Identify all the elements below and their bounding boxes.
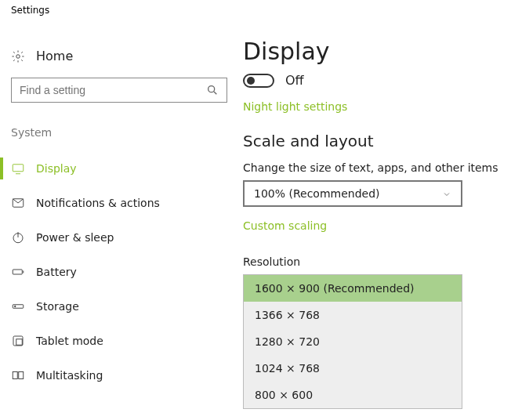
svg-rect-13 bbox=[16, 339, 23, 346]
main-panel: Display Off Night light settings Scale a… bbox=[243, 19, 511, 409]
scale-select[interactable]: 100% (Recommended) bbox=[243, 180, 462, 207]
svg-rect-15 bbox=[19, 372, 24, 379]
resolution-option[interactable]: 1600 × 900 (Recommended) bbox=[244, 275, 462, 302]
svg-point-11 bbox=[15, 306, 16, 307]
scale-heading: Scale and layout bbox=[243, 132, 503, 150]
home-label: Home bbox=[36, 49, 73, 63]
tablet-icon bbox=[11, 334, 25, 348]
sidebar-item-label: Power & sleep bbox=[36, 231, 114, 244]
chevron-down-icon bbox=[442, 189, 451, 198]
resolution-option[interactable]: 1366 × 768 bbox=[244, 302, 462, 328]
sidebar-item-label: Multitasking bbox=[36, 369, 103, 382]
search-field[interactable] bbox=[20, 84, 206, 96]
sidebar-item-label: Tablet mode bbox=[36, 335, 103, 347]
sidebar-item-label: Battery bbox=[36, 266, 77, 278]
sidebar-item-display[interactable]: Display bbox=[11, 151, 243, 186]
home-button[interactable]: Home bbox=[11, 45, 243, 78]
resolution-label: Resolution bbox=[243, 255, 503, 268]
sidebar-item-storage[interactable]: Storage bbox=[11, 289, 243, 324]
sidebar-item-label: Display bbox=[36, 162, 77, 175]
svg-point-1 bbox=[208, 86, 215, 92]
multitasking-icon bbox=[11, 368, 25, 382]
sidebar-item-battery[interactable]: Battery bbox=[11, 255, 243, 289]
sidebar-item-tablet[interactable]: Tablet mode bbox=[11, 324, 243, 358]
svg-rect-3 bbox=[13, 165, 24, 172]
page-heading: Display bbox=[243, 38, 503, 65]
night-light-settings-link[interactable]: Night light settings bbox=[243, 100, 347, 113]
sidebar: Home System Display Notifications & acti… bbox=[0, 19, 243, 409]
notifications-icon bbox=[11, 196, 25, 210]
svg-rect-14 bbox=[13, 372, 17, 379]
scale-select-value: 100% (Recommended) bbox=[254, 187, 380, 200]
monitor-icon bbox=[11, 161, 25, 176]
svg-line-2 bbox=[214, 92, 216, 94]
sidebar-item-power[interactable]: Power & sleep bbox=[11, 220, 243, 255]
storage-icon bbox=[11, 299, 25, 313]
sidebar-item-notifications[interactable]: Notifications & actions bbox=[11, 186, 243, 220]
search-icon bbox=[206, 84, 219, 96]
custom-scaling-link[interactable]: Custom scaling bbox=[243, 219, 327, 232]
toggle-state-label: Off bbox=[285, 73, 304, 88]
svg-rect-8 bbox=[13, 270, 22, 274]
night-light-toggle[interactable] bbox=[243, 74, 274, 88]
resolution-option[interactable]: 1024 × 768 bbox=[244, 355, 462, 382]
sidebar-item-label: Storage bbox=[36, 300, 79, 313]
sidebar-item-multitasking[interactable]: Multitasking bbox=[11, 358, 243, 393]
resolution-dropdown[interactable]: 1600 × 900 (Recommended) 1366 × 768 1280… bbox=[243, 274, 462, 409]
search-input[interactable] bbox=[11, 78, 227, 103]
resolution-option[interactable]: 800 × 600 bbox=[244, 382, 462, 408]
svg-point-0 bbox=[16, 54, 20, 58]
battery-icon bbox=[11, 265, 25, 279]
gear-icon bbox=[11, 49, 25, 63]
sidebar-item-label: Notifications & actions bbox=[36, 197, 160, 209]
section-label: System bbox=[11, 126, 243, 139]
resolution-option[interactable]: 1280 × 720 bbox=[244, 328, 462, 355]
scale-label: Change the size of text, apps, and other… bbox=[243, 161, 503, 174]
power-icon bbox=[11, 230, 25, 244]
window-title: Settings bbox=[0, 0, 511, 19]
